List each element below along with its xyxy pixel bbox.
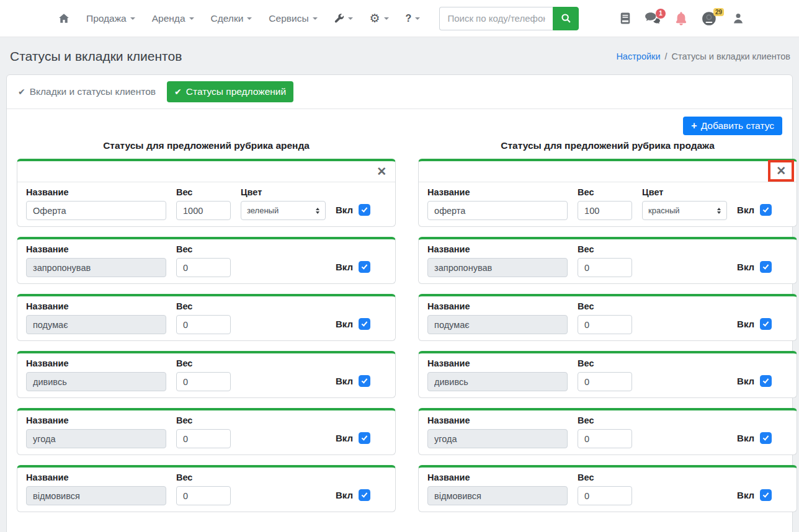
- color-select[interactable]: красный: [642, 201, 727, 220]
- breadcrumb: Настройки / Статусы и вкладки клиентов: [616, 51, 790, 61]
- enabled-checkbox[interactable]: [359, 318, 370, 330]
- menu-arenda[interactable]: Аренда: [152, 13, 194, 24]
- search-button[interactable]: [553, 7, 579, 30]
- status-columns: Статусы для предложений рубрика аренда ✕…: [17, 138, 782, 522]
- help-menu[interactable]: ?: [406, 13, 421, 24]
- weight-input[interactable]: [578, 201, 632, 220]
- status-card: Название Вес Вкл: [418, 294, 797, 341]
- enabled-checkbox[interactable]: [359, 432, 370, 444]
- enabled-checkbox[interactable]: [760, 375, 772, 387]
- page-title: Статусы и вкладки клиентов: [10, 49, 182, 64]
- enabled-label: Вкл: [336, 433, 353, 443]
- tab-row: ✔ Вкладки и статусы клиентов ✔ Статусы п…: [7, 75, 792, 109]
- enabled-checkbox[interactable]: [359, 489, 370, 501]
- enabled-group: Вкл: [336, 363, 370, 387]
- status-card: Название Вес Вкл: [17, 294, 396, 341]
- menu-label: Сервисы: [269, 13, 308, 24]
- home-icon[interactable]: [58, 13, 69, 24]
- journal-icon[interactable]: [620, 12, 630, 24]
- status-card: ✕ Название Вес Цвет: [17, 159, 396, 227]
- name-input: [26, 372, 166, 391]
- status-card: Название Вес Вкл: [418, 465, 797, 512]
- weight-input[interactable]: [578, 429, 632, 448]
- navbar-right-icons: 1 29: [620, 11, 744, 27]
- enabled-checkbox[interactable]: [760, 432, 772, 444]
- tab-client-tabs-statuses[interactable]: ✔ Вкладки и статусы клиентов: [16, 81, 158, 102]
- menu-servisy[interactable]: Сервисы: [269, 13, 317, 24]
- weight-input[interactable]: [578, 372, 632, 391]
- color-select[interactable]: зеленый: [241, 201, 326, 220]
- weight-input[interactable]: [176, 372, 231, 391]
- name-input: [427, 429, 568, 448]
- close-icon[interactable]: ✕: [775, 165, 787, 177]
- weight-input[interactable]: [176, 258, 231, 277]
- enabled-checkbox[interactable]: [359, 375, 370, 387]
- enabled-label: Вкл: [737, 319, 754, 329]
- name-input: [26, 429, 166, 448]
- user-icon[interactable]: [732, 12, 744, 25]
- chat-icon[interactable]: 1: [645, 12, 661, 25]
- tab-label: Статусы предложений: [186, 86, 286, 97]
- plus-icon: +: [691, 120, 697, 131]
- weight-label: Вес: [578, 358, 632, 368]
- enabled-checkbox[interactable]: [359, 204, 370, 216]
- weight-label: Вес: [176, 244, 231, 254]
- name-input[interactable]: [26, 201, 166, 220]
- weight-input[interactable]: [578, 486, 632, 505]
- enabled-checkbox[interactable]: [359, 261, 370, 273]
- name-input: [427, 315, 568, 334]
- weight-input[interactable]: [176, 429, 231, 448]
- top-navbar: Продажа Аренда Сделки Сервисы ⚙ ?: [0, 0, 799, 37]
- weight-input[interactable]: [578, 258, 632, 277]
- column-arenda: Статусы для предложений рубрика аренда ✕…: [17, 138, 396, 522]
- name-label: Название: [427, 358, 568, 368]
- status-card: Название Вес Вкл: [418, 408, 797, 455]
- chevron-down-icon: [415, 17, 420, 20]
- enabled-label: Вкл: [737, 490, 754, 500]
- name-input[interactable]: [427, 201, 568, 220]
- name-label: Название: [427, 415, 568, 425]
- name-label: Название: [427, 244, 568, 254]
- name-label: Название: [26, 244, 166, 254]
- name-label: Название: [26, 301, 166, 311]
- status-card: Название Вес Вкл: [17, 408, 396, 455]
- weight-label: Вес: [578, 472, 632, 482]
- status-card: Название Вес Вкл: [17, 351, 396, 398]
- weight-input[interactable]: [176, 486, 231, 505]
- enabled-group: Вкл: [336, 192, 370, 216]
- tools-menu[interactable]: [334, 14, 353, 24]
- color-select-value: зеленый: [247, 206, 279, 215]
- enabled-label: Вкл: [737, 205, 754, 215]
- enabled-checkbox[interactable]: [760, 489, 772, 501]
- weight-label: Вес: [176, 415, 231, 425]
- weight-label: Вес: [176, 187, 231, 197]
- color-label: Цвет: [642, 187, 727, 197]
- name-input: [26, 315, 166, 334]
- enabled-checkbox[interactable]: [760, 318, 772, 330]
- menu-sdelki[interactable]: Сделки: [211, 13, 252, 24]
- enabled-group: Вкл: [336, 249, 370, 273]
- weight-input[interactable]: [578, 315, 632, 334]
- enabled-checkbox[interactable]: [760, 261, 772, 273]
- settings-menu[interactable]: ⚙: [370, 12, 389, 24]
- weight-input[interactable]: [176, 201, 231, 220]
- gear-icon: ⚙: [370, 12, 380, 24]
- name-label: Название: [26, 187, 166, 197]
- enabled-checkbox[interactable]: [760, 204, 772, 216]
- add-status-button[interactable]: + Добавить статус: [683, 117, 782, 135]
- menu-prodazha[interactable]: Продажа: [86, 13, 135, 24]
- tab-offer-statuses[interactable]: ✔ Статусы предложений: [167, 81, 293, 102]
- name-input: [26, 486, 166, 505]
- column-title: Статусы для предложений рубрика продажа: [418, 140, 797, 151]
- enabled-label: Вкл: [737, 376, 754, 386]
- search-input[interactable]: [439, 7, 553, 30]
- weight-input[interactable]: [176, 315, 231, 334]
- chevron-down-icon: [130, 17, 135, 20]
- name-input: [427, 486, 568, 505]
- close-icon[interactable]: ✕: [375, 166, 388, 177]
- breadcrumb-settings-link[interactable]: Настройки: [616, 51, 660, 61]
- status-card-header: ✕: [17, 161, 395, 182]
- select-arrows-icon: [316, 208, 319, 214]
- bell-icon[interactable]: [675, 12, 687, 25]
- coins-icon[interactable]: 29: [702, 11, 718, 27]
